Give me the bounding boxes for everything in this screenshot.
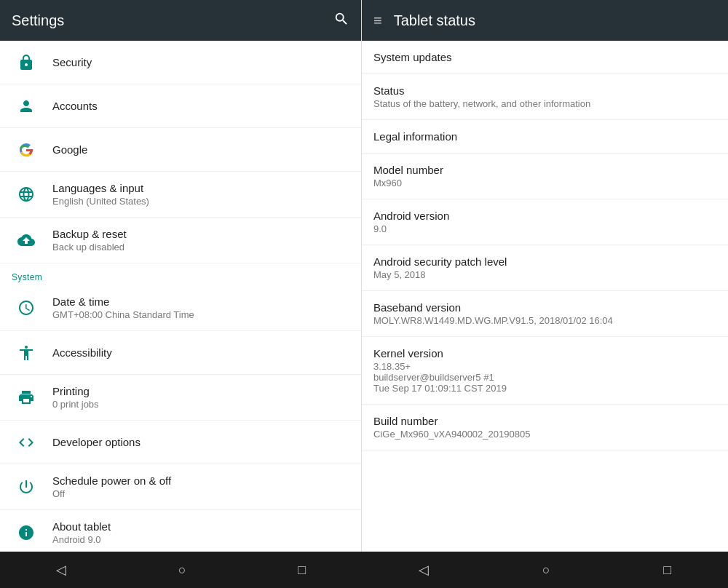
info-item-kernel[interactable]: Kernel version 3.18.35+ buildserver@buil… xyxy=(362,337,728,405)
info-icon xyxy=(12,524,41,541)
accessibility-text: Accessibility xyxy=(52,346,112,359)
right-header: ≡ Tablet status xyxy=(362,0,728,41)
right-nav-bar: ◁ ○ □ xyxy=(362,552,728,588)
back-button[interactable]: ◁ xyxy=(41,556,81,584)
build-value: CiGe_Mx960_vXA940002_20190805 xyxy=(373,429,716,440)
settings-item-accessibility[interactable]: Accessibility xyxy=(0,331,361,375)
security-label: Security xyxy=(52,56,92,68)
back-button-right[interactable]: ◁ xyxy=(404,556,443,584)
power-icon xyxy=(12,478,41,496)
accounts-text: Accounts xyxy=(52,100,98,112)
accounts-label: Accounts xyxy=(52,100,98,112)
accessibility-icon xyxy=(12,344,41,362)
right-title: Tablet status xyxy=(394,12,475,29)
datetime-label: Date & time xyxy=(52,295,194,308)
person-icon xyxy=(12,98,41,115)
google-icon xyxy=(12,141,41,159)
baseband-label: Baseband version xyxy=(373,301,716,314)
google-label: Google xyxy=(52,143,87,156)
printing-text: Printing 0 print jobs xyxy=(52,385,99,410)
settings-item-about[interactable]: About tablet Android 9.0 xyxy=(0,510,361,552)
about-text: About tablet Android 9.0 xyxy=(52,520,111,545)
about-sublabel: Android 9.0 xyxy=(52,534,111,545)
model-value: Mx960 xyxy=(373,178,716,188)
backup-sublabel: Back up disabled xyxy=(52,242,127,253)
left-scroll: Security Accounts xyxy=(0,41,361,552)
code-icon xyxy=(12,434,41,451)
left-title: Settings xyxy=(12,12,64,29)
right-scroll: System updates Status Status of the batt… xyxy=(362,41,728,552)
recents-button-right[interactable]: □ xyxy=(649,557,686,584)
android-version-value: 9.0 xyxy=(373,223,716,234)
android-version-label: Android version xyxy=(373,210,716,222)
status-label: Status xyxy=(373,84,716,97)
settings-item-developer[interactable]: Developer options xyxy=(0,421,361,464)
backup-icon xyxy=(12,231,41,249)
datetime-sublabel: GMT+08:00 China Standard Time xyxy=(52,309,194,320)
info-item-status[interactable]: Status Status of the battery, network, a… xyxy=(362,74,728,120)
model-label: Model number xyxy=(373,164,716,176)
bottom-nav: ◁ ○ □ ◁ ○ □ xyxy=(0,552,728,588)
info-item-security-patch[interactable]: Android security patch level May 5, 2018 xyxy=(362,245,728,291)
info-item-model[interactable]: Model number Mx960 xyxy=(362,154,728,199)
schedule-sublabel: Off xyxy=(52,488,171,499)
menu-icon[interactable]: ≡ xyxy=(373,12,382,29)
clock-icon xyxy=(12,299,41,317)
lock-icon xyxy=(12,54,41,71)
backup-label: Backup & reset xyxy=(52,228,127,240)
system-updates-label: System updates xyxy=(373,51,716,63)
info-item-system-updates[interactable]: System updates xyxy=(362,41,728,74)
left-header: Settings xyxy=(0,0,361,41)
legal-label: Legal information xyxy=(373,130,716,143)
home-button-right[interactable]: ○ xyxy=(528,557,565,584)
schedule-text: Schedule power on & off Off xyxy=(52,474,171,499)
google-text: Google xyxy=(52,143,87,156)
system-section-header: System xyxy=(0,263,361,285)
security-patch-value: May 5, 2018 xyxy=(373,269,716,280)
schedule-label: Schedule power on & off xyxy=(52,474,171,487)
settings-item-schedule[interactable]: Schedule power on & off Off xyxy=(0,464,361,510)
info-item-build[interactable]: Build number CiGe_Mx960_vXA940002_201908… xyxy=(362,405,728,450)
left-nav-bar: ◁ ○ □ xyxy=(0,552,362,588)
info-item-legal[interactable]: Legal information xyxy=(362,120,728,154)
security-patch-label: Android security patch level xyxy=(373,255,716,268)
printing-sublabel: 0 print jobs xyxy=(52,399,99,410)
right-panel: ≡ Tablet status System updates Status St… xyxy=(362,0,728,552)
language-icon xyxy=(12,186,41,203)
settings-item-backup[interactable]: Backup & reset Back up disabled xyxy=(0,218,361,263)
settings-item-languages[interactable]: Languages & input English (United States… xyxy=(0,172,361,218)
kernel-label: Kernel version xyxy=(373,347,716,359)
backup-text: Backup & reset Back up disabled xyxy=(52,228,127,253)
settings-item-google[interactable]: Google xyxy=(0,128,361,172)
baseband-value: MOLY.WR8.W1449.MD.WG.MP.V91.5, 2018/01/0… xyxy=(373,315,716,326)
left-panel: Settings Security Accounts xyxy=(0,0,362,552)
languages-label: Languages & input xyxy=(52,182,149,194)
recents-button[interactable]: □ xyxy=(283,557,320,584)
settings-item-datetime[interactable]: Date & time GMT+08:00 China Standard Tim… xyxy=(0,285,361,331)
datetime-text: Date & time GMT+08:00 China Standard Tim… xyxy=(52,295,194,320)
info-item-baseband[interactable]: Baseband version MOLY.WR8.W1449.MD.WG.MP… xyxy=(362,291,728,337)
developer-label: Developer options xyxy=(52,436,141,448)
security-text: Security xyxy=(52,56,92,68)
settings-item-security[interactable]: Security xyxy=(0,41,361,84)
settings-item-printing[interactable]: Printing 0 print jobs xyxy=(0,375,361,421)
info-item-android-version[interactable]: Android version 9.0 xyxy=(362,199,728,245)
status-value: Status of the battery, network, and othe… xyxy=(373,98,716,109)
settings-item-accounts[interactable]: Accounts xyxy=(0,84,361,128)
printing-label: Printing xyxy=(52,385,99,397)
print-icon xyxy=(12,389,41,406)
languages-sublabel: English (United States) xyxy=(52,196,149,207)
about-label: About tablet xyxy=(52,520,111,533)
search-icon[interactable] xyxy=(333,11,349,31)
languages-text: Languages & input English (United States… xyxy=(52,182,149,207)
kernel-value: 3.18.35+ buildserver@buildserver5 #1 Tue… xyxy=(373,361,716,394)
home-button[interactable]: ○ xyxy=(164,557,201,584)
build-label: Build number xyxy=(373,415,716,427)
developer-text: Developer options xyxy=(52,436,141,448)
accessibility-label: Accessibility xyxy=(52,346,112,359)
